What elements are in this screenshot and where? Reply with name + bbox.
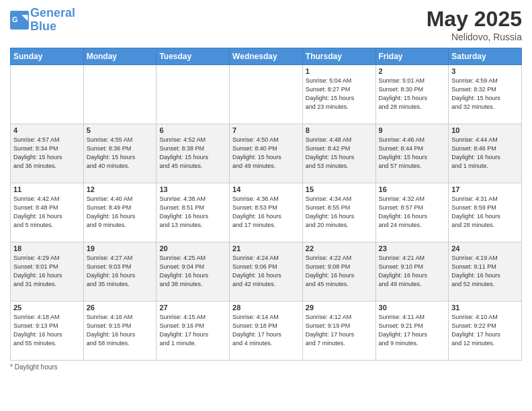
calendar-cell: 3Sunrise: 4:59 AM Sunset: 8:32 PM Daylig… bbox=[449, 65, 522, 124]
col-sunday: Sunday bbox=[11, 48, 84, 65]
calendar-table: Sunday Monday Tuesday Wednesday Thursday… bbox=[10, 48, 522, 361]
day-info: Sunrise: 4:31 AM Sunset: 8:59 PM Dayligh… bbox=[451, 195, 519, 230]
day-info: Sunrise: 4:44 AM Sunset: 8:46 PM Dayligh… bbox=[451, 136, 519, 171]
day-number: 7 bbox=[232, 126, 300, 134]
day-number: 11 bbox=[13, 185, 81, 193]
day-info: Sunrise: 4:18 AM Sunset: 9:13 PM Dayligh… bbox=[13, 313, 81, 348]
day-info: Sunrise: 4:57 AM Sunset: 8:34 PM Dayligh… bbox=[13, 136, 81, 171]
col-friday: Friday bbox=[375, 48, 449, 65]
day-number: 29 bbox=[306, 304, 373, 312]
calendar-cell: 5Sunrise: 4:55 AM Sunset: 8:36 PM Daylig… bbox=[83, 124, 157, 183]
calendar-week-2: 4Sunrise: 4:57 AM Sunset: 8:34 PM Daylig… bbox=[11, 124, 522, 183]
day-number: 1 bbox=[306, 67, 373, 75]
svg-text:G: G bbox=[12, 15, 17, 24]
calendar-cell: 18Sunrise: 4:29 AM Sunset: 9:01 PM Dayli… bbox=[11, 242, 84, 302]
day-number: 2 bbox=[379, 67, 446, 75]
title-block: May 2025 Nelidovo, Russia bbox=[427, 7, 522, 42]
calendar-cell: 23Sunrise: 4:21 AM Sunset: 9:10 PM Dayli… bbox=[375, 242, 449, 302]
day-info: Sunrise: 4:19 AM Sunset: 9:11 PM Dayligh… bbox=[451, 254, 519, 289]
day-info: Sunrise: 4:40 AM Sunset: 8:49 PM Dayligh… bbox=[87, 195, 154, 230]
logo-text: General Blue bbox=[30, 7, 75, 34]
day-info: Sunrise: 4:22 AM Sunset: 9:08 PM Dayligh… bbox=[306, 254, 373, 289]
calendar-cell: 1Sunrise: 5:04 AM Sunset: 8:27 PM Daylig… bbox=[302, 65, 375, 124]
col-wednesday: Wednesday bbox=[230, 48, 303, 65]
logo-line1: General bbox=[30, 6, 75, 19]
day-number: 30 bbox=[379, 304, 446, 312]
calendar-cell: 21Sunrise: 4:24 AM Sunset: 9:06 PM Dayli… bbox=[230, 242, 303, 302]
day-info: Sunrise: 4:10 AM Sunset: 9:22 PM Dayligh… bbox=[451, 313, 519, 348]
day-info: Sunrise: 4:24 AM Sunset: 9:06 PM Dayligh… bbox=[232, 254, 300, 289]
calendar-cell: 4Sunrise: 4:57 AM Sunset: 8:34 PM Daylig… bbox=[11, 124, 84, 183]
page: G General Blue May 2025 Nelidovo, Russia… bbox=[0, 0, 532, 411]
day-info: Sunrise: 4:32 AM Sunset: 8:57 PM Dayligh… bbox=[379, 195, 446, 230]
day-number: 22 bbox=[306, 244, 373, 253]
calendar-cell: 16Sunrise: 4:32 AM Sunset: 8:57 PM Dayli… bbox=[375, 183, 449, 242]
day-number: 28 bbox=[232, 304, 300, 312]
day-info: Sunrise: 4:42 AM Sunset: 8:48 PM Dayligh… bbox=[13, 195, 81, 230]
calendar-cell: 14Sunrise: 4:36 AM Sunset: 8:53 PM Dayli… bbox=[230, 183, 303, 242]
col-tuesday: Tuesday bbox=[157, 48, 230, 65]
calendar-week-5: 25Sunrise: 4:18 AM Sunset: 9:13 PM Dayli… bbox=[11, 302, 522, 361]
day-number: 12 bbox=[87, 185, 154, 193]
calendar-cell: 8Sunrise: 4:48 AM Sunset: 8:42 PM Daylig… bbox=[302, 124, 375, 183]
day-info: Sunrise: 4:16 AM Sunset: 9:15 PM Dayligh… bbox=[87, 313, 154, 348]
day-number: 25 bbox=[13, 304, 81, 312]
calendar-cell: 24Sunrise: 4:19 AM Sunset: 9:11 PM Dayli… bbox=[449, 242, 522, 302]
day-info: Sunrise: 4:15 AM Sunset: 9:16 PM Dayligh… bbox=[159, 313, 226, 348]
calendar-cell bbox=[157, 65, 230, 124]
day-number: 17 bbox=[451, 185, 519, 193]
day-number: 4 bbox=[13, 126, 81, 134]
logo-icon: G bbox=[10, 11, 29, 30]
title-month: May 2025 bbox=[427, 7, 522, 32]
day-info: Sunrise: 4:50 AM Sunset: 8:40 PM Dayligh… bbox=[232, 136, 300, 171]
calendar-cell: 12Sunrise: 4:40 AM Sunset: 8:49 PM Dayli… bbox=[83, 183, 157, 242]
calendar-cell bbox=[83, 65, 157, 124]
day-number: 20 bbox=[159, 244, 226, 253]
day-info: Sunrise: 4:25 AM Sunset: 9:04 PM Dayligh… bbox=[159, 254, 226, 289]
calendar-cell: 9Sunrise: 4:46 AM Sunset: 8:44 PM Daylig… bbox=[375, 124, 449, 183]
day-info: Sunrise: 4:29 AM Sunset: 9:01 PM Dayligh… bbox=[13, 254, 81, 289]
calendar-cell: 2Sunrise: 5:01 AM Sunset: 8:30 PM Daylig… bbox=[375, 65, 449, 124]
footer-note: * Daylight hours bbox=[10, 363, 522, 371]
calendar-cell: 30Sunrise: 4:11 AM Sunset: 9:21 PM Dayli… bbox=[375, 302, 449, 361]
day-number: 9 bbox=[379, 126, 446, 134]
calendar-cell bbox=[11, 65, 84, 124]
calendar-cell: 25Sunrise: 4:18 AM Sunset: 9:13 PM Dayli… bbox=[11, 302, 84, 361]
day-number: 5 bbox=[87, 126, 154, 134]
calendar-cell: 11Sunrise: 4:42 AM Sunset: 8:48 PM Dayli… bbox=[11, 183, 84, 242]
col-saturday: Saturday bbox=[449, 48, 522, 65]
calendar-cell: 29Sunrise: 4:12 AM Sunset: 9:19 PM Dayli… bbox=[302, 302, 375, 361]
day-number: 16 bbox=[379, 185, 446, 193]
day-info: Sunrise: 4:21 AM Sunset: 9:10 PM Dayligh… bbox=[379, 254, 446, 289]
day-number: 8 bbox=[306, 126, 373, 134]
calendar-header-row: Sunday Monday Tuesday Wednesday Thursday… bbox=[11, 48, 522, 65]
day-info: Sunrise: 4:36 AM Sunset: 8:53 PM Dayligh… bbox=[232, 195, 300, 230]
calendar-week-1: 1Sunrise: 5:04 AM Sunset: 8:27 PM Daylig… bbox=[11, 65, 522, 124]
day-info: Sunrise: 4:11 AM Sunset: 9:21 PM Dayligh… bbox=[379, 313, 446, 348]
day-info: Sunrise: 4:34 AM Sunset: 8:55 PM Dayligh… bbox=[306, 195, 373, 230]
calendar-cell: 6Sunrise: 4:52 AM Sunset: 8:38 PM Daylig… bbox=[157, 124, 230, 183]
day-info: Sunrise: 4:48 AM Sunset: 8:42 PM Dayligh… bbox=[306, 136, 373, 171]
day-number: 19 bbox=[87, 244, 154, 253]
col-monday: Monday bbox=[83, 48, 157, 65]
day-info: Sunrise: 4:27 AM Sunset: 9:03 PM Dayligh… bbox=[87, 254, 154, 289]
title-location: Nelidovo, Russia bbox=[427, 32, 522, 42]
calendar-cell: 22Sunrise: 4:22 AM Sunset: 9:08 PM Dayli… bbox=[302, 242, 375, 302]
day-number: 13 bbox=[159, 185, 226, 193]
day-info: Sunrise: 5:01 AM Sunset: 8:30 PM Dayligh… bbox=[379, 77, 446, 111]
day-number: 31 bbox=[451, 304, 519, 312]
day-number: 14 bbox=[232, 185, 300, 193]
calendar-cell: 20Sunrise: 4:25 AM Sunset: 9:04 PM Dayli… bbox=[157, 242, 230, 302]
calendar-cell: 7Sunrise: 4:50 AM Sunset: 8:40 PM Daylig… bbox=[230, 124, 303, 183]
day-number: 18 bbox=[13, 244, 81, 253]
day-info: Sunrise: 4:14 AM Sunset: 9:18 PM Dayligh… bbox=[232, 313, 300, 348]
day-number: 23 bbox=[379, 244, 446, 253]
day-number: 24 bbox=[451, 244, 519, 253]
day-number: 21 bbox=[232, 244, 300, 253]
logo: G General Blue bbox=[10, 7, 75, 34]
calendar-cell: 15Sunrise: 4:34 AM Sunset: 8:55 PM Dayli… bbox=[302, 183, 375, 242]
day-number: 15 bbox=[306, 185, 373, 193]
day-number: 6 bbox=[159, 126, 226, 134]
calendar-week-4: 18Sunrise: 4:29 AM Sunset: 9:01 PM Dayli… bbox=[11, 242, 522, 302]
calendar-cell: 31Sunrise: 4:10 AM Sunset: 9:22 PM Dayli… bbox=[449, 302, 522, 361]
